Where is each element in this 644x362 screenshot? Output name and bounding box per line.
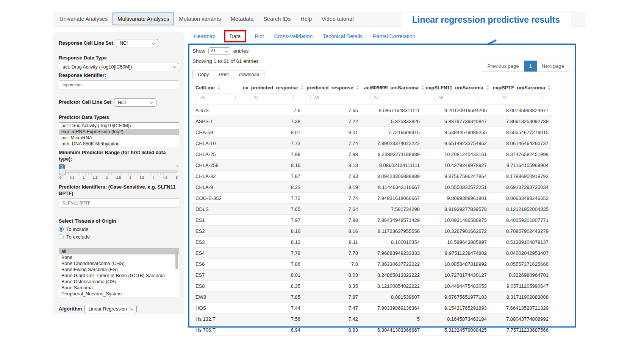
nav-item[interactable]: Mutation variants (174, 12, 226, 25)
column-filter-input[interactable] (370, 94, 414, 101)
nav-item[interactable]: Help (295, 12, 317, 25)
tissue-option[interactable]: all (59, 248, 179, 254)
column-header[interactable]: cv_predicted_response (240, 82, 303, 93)
cv-predicted-response-cell: 7.56 (240, 314, 303, 325)
tissue-option[interactable]: Bone:Giant Cell Tumor of Bone (GCTB) Sar… (59, 273, 179, 279)
show-entries-select[interactable]: 61 (208, 47, 230, 55)
table-row: CHLA-10 7.73 7.74 7.89023374022222 9.651… (192, 138, 552, 149)
tissue-option[interactable]: Bone:Chondrosarcoma (CHS) (59, 261, 179, 267)
response-data-type-value: act: Drug Activity (-log10[IC50M]) (63, 64, 132, 70)
result-tab[interactable]: Plot (255, 33, 264, 39)
act609699-cell: 7.581734298 (361, 204, 423, 215)
result-tab[interactable]: Cross-Validation (274, 33, 313, 39)
chevron-down-icon (130, 307, 134, 311)
cv-predicted-response-cell: 7.73 (240, 138, 303, 149)
nav-item[interactable]: Univariate Analyses (55, 12, 113, 25)
expslfn11-cell: 10.2081240433161 (423, 149, 490, 160)
nav-item[interactable]: Search IDs (258, 12, 295, 25)
previous-page-button[interactable]: Previous page (482, 61, 524, 72)
tissue-option[interactable]: Bone:Osteosarcoma (OS) (59, 279, 179, 285)
column-filter-input[interactable] (435, 94, 478, 101)
next-page-button[interactable]: Next page (537, 61, 569, 72)
chevron-down-icon (152, 41, 156, 45)
cv-predicted-response-cell: 7.72 (240, 193, 303, 204)
column-filter-input[interactable] (197, 94, 236, 101)
slider-track[interactable] (59, 170, 178, 173)
predictor-data-type-option[interactable]: act: Drug Activity (-log10[IC50M]) (59, 123, 179, 129)
act609699-cell: 8.12100854022222 (361, 281, 423, 292)
cellline-cell: DDLS (192, 204, 240, 215)
column-header[interactable]: expBPTF_uniSarcoma (490, 82, 552, 93)
tissue-radio-group: To include To exclude (59, 226, 179, 240)
column-header[interactable]: expSLFN11_uniSarcoma (423, 82, 490, 93)
listbox-scrollbar[interactable] (175, 250, 178, 269)
predictor-identifiers-input[interactable]: SLFN11 BPTF (59, 198, 179, 208)
predictor-data-type-option[interactable]: mir: MicroRNA (59, 135, 179, 141)
column-header[interactable]: CellLine (192, 82, 240, 93)
expslfn11-cell: 6.88797739340847 (423, 116, 490, 127)
expbptf-cell: 8.69137293735034 (490, 182, 552, 193)
expbptf-cell: 8.00633498246653 (490, 193, 552, 204)
nav-item[interactable]: Metadata (226, 12, 258, 25)
act609699-cell: 8.11723637955556 (361, 226, 423, 237)
result-tab[interactable]: Technical Details (323, 33, 363, 39)
predictor-data-types-listbox: act: Drug Activity (-log10[IC50M]) exp: … (59, 122, 179, 147)
predicted-response-cell: 8.01 (303, 127, 361, 138)
predicted-response-cell: 7.87 (303, 292, 361, 303)
column-filter-input[interactable] (250, 94, 294, 101)
expbptf-cell: 8.40259301807771 (490, 215, 552, 226)
result-tab[interactable]: Partial Correlation (373, 33, 415, 39)
response-data-type-select[interactable]: act: Drug Activity (-log10[IC50M]) (59, 63, 179, 71)
predictor-cell-line-set-select[interactable]: NCI (114, 98, 156, 107)
predicted-response-cell: 7.65 (303, 105, 361, 116)
expbptf-cell: 8.06146464260737 (490, 138, 552, 149)
cellline-cell: ES6 (192, 259, 240, 270)
act609699-cell: 8.23893271188889 (361, 149, 423, 160)
column-header[interactable]: predicted_response (303, 82, 361, 93)
tissue-option[interactable]: Peripheral_Nervous_System (59, 291, 179, 297)
cv-predicted-response-cell: 7.6 (240, 105, 303, 116)
result-tab[interactable]: Heatmap (194, 33, 216, 39)
table-row: Hs 706.T 6.94 6.93 6.30441303366667 5.31… (192, 325, 552, 335)
expslfn11-cell: 10.0931486588975 (423, 215, 490, 226)
predictor-data-type-option[interactable]: mth: DNA 850K Methylation (59, 141, 179, 147)
tissue-radio[interactable]: To include (59, 226, 179, 232)
result-tab[interactable]: Data (224, 30, 246, 42)
act609699-cell: 7.94931618066667 (361, 193, 423, 204)
column-header-label: expSLFN11_uniSarcoma (426, 85, 483, 90)
predicted-response-cell: 7.74 (303, 138, 361, 149)
algorithm-select[interactable]: Linear Regression (84, 305, 136, 313)
tissue-option[interactable]: Bone:Ewing Sarcoma (ES) (59, 267, 179, 273)
tissue-option[interactable]: Bone:Sarcoma (59, 285, 179, 291)
export-button[interactable]: download (234, 70, 265, 79)
column-header[interactable]: act609699_uniSarcoma (361, 82, 423, 93)
cv-predicted-response-cell: 7.44 (240, 303, 303, 314)
export-button[interactable]: Copy (192, 70, 214, 79)
cellline-cell: ASPS-1 (192, 116, 240, 127)
page-number-button[interactable]: 1 (524, 61, 537, 72)
cv-predicted-response-cell: 8.16 (240, 226, 303, 237)
act609699-cell: 6.30441303366667 (361, 325, 423, 335)
response-cell-line-set-select[interactable]: NCI (116, 39, 158, 47)
act609699-cell: 5.875833826 (361, 116, 423, 127)
tissue-option[interactable]: Bone (59, 254, 179, 261)
export-button[interactable]: Print (214, 70, 234, 79)
predictor-data-type-option[interactable]: exp: mRNA Expression (log2) (59, 129, 179, 135)
tissue-radio[interactable]: To exclude (59, 234, 179, 240)
predicted-response-cell: 8.18 (303, 160, 361, 171)
nav-item[interactable]: Multivariate Analyses (113, 12, 174, 25)
column-filter-input[interactable] (310, 94, 354, 101)
table-row: ES4 7.78 7.78 7.96883949233333 9.9751123… (192, 248, 552, 259)
response-cell-line-set-value: NCI (120, 41, 128, 46)
filter-cell (423, 93, 490, 105)
export-buttons: Copy Print download (192, 70, 264, 79)
predicted-response-cell: 6.93 (303, 325, 361, 335)
response-identifier-input[interactable]: topotecan (59, 80, 179, 89)
nav-item[interactable]: Video tutorial (317, 12, 358, 25)
expslfn11-cell: 10.0858487818992 (423, 259, 490, 270)
column-filter-input[interactable] (499, 94, 543, 101)
control-sidebar: Response Cell Line Set NCI Response Data… (53, 32, 184, 314)
act609699-cell: 8.08602134111111 (361, 160, 423, 171)
expbptf-cell: 9.05711205990647 (490, 281, 552, 292)
expbptf-cell: 7.88043774808992 (490, 314, 552, 325)
